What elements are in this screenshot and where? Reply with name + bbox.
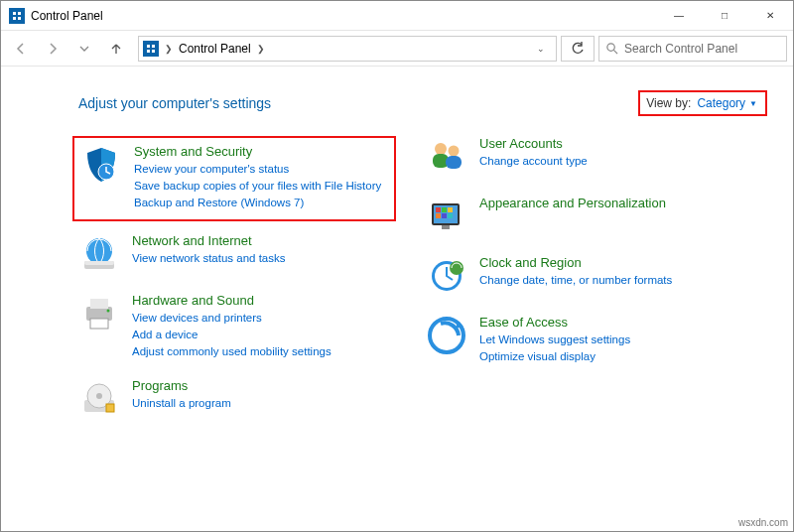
svg-rect-6 <box>147 50 150 53</box>
minimize-button[interactable]: — <box>656 1 702 31</box>
back-button[interactable] <box>7 35 35 63</box>
control-panel-icon <box>143 41 159 57</box>
category-clock-region[interactable]: Clock and Region <box>479 255 672 270</box>
link-mobility-settings[interactable]: Adjust commonly used mobility settings <box>132 343 331 360</box>
view-by-control[interactable]: View by: Category ▼ <box>638 90 767 116</box>
chevron-right-icon[interactable]: ❯ <box>165 44 173 54</box>
address-bar[interactable]: ❯ Control Panel ❯ ⌄ <box>138 36 557 62</box>
category-network-internet[interactable]: Network and Internet <box>132 233 285 248</box>
svg-point-17 <box>107 310 110 313</box>
personalization-icon <box>426 196 467 237</box>
globe-icon <box>78 233 120 275</box>
svg-rect-32 <box>442 213 447 218</box>
svg-rect-5 <box>152 45 155 48</box>
svg-rect-15 <box>90 299 108 309</box>
search-icon <box>605 42 618 55</box>
svg-line-9 <box>613 50 617 54</box>
category-user-accounts[interactable]: User Accounts <box>479 136 588 151</box>
svg-rect-16 <box>90 319 108 329</box>
svg-rect-34 <box>442 225 450 229</box>
watermark: wsxdn.com <box>738 517 788 528</box>
svg-rect-29 <box>442 207 447 212</box>
svg-point-8 <box>607 44 614 51</box>
svg-point-22 <box>435 143 447 155</box>
svg-rect-30 <box>448 207 453 212</box>
svg-point-24 <box>449 146 460 157</box>
close-button[interactable]: ✕ <box>747 1 793 31</box>
link-review-status[interactable]: Review your computer's status <box>134 161 381 178</box>
breadcrumb: Control Panel ❯ <box>179 42 265 56</box>
clock-icon <box>426 255 467 297</box>
svg-rect-2 <box>13 17 16 20</box>
svg-point-20 <box>96 393 102 399</box>
link-file-history[interactable]: Save backup copies of your files with Fi… <box>134 178 381 195</box>
breadcrumb-item[interactable]: Control Panel <box>179 42 251 56</box>
address-history-dropdown[interactable]: ⌄ <box>530 37 552 61</box>
page-heading: Adjust your computer's settings <box>78 95 271 111</box>
link-optimize-display[interactable]: Optimize visual display <box>479 348 630 365</box>
chevron-right-icon[interactable]: ❯ <box>257 44 265 54</box>
control-panel-icon <box>9 8 25 24</box>
svg-rect-1 <box>18 12 21 15</box>
printer-icon <box>78 293 120 334</box>
category-system-security[interactable]: System and Security <box>134 144 381 159</box>
svg-rect-7 <box>152 50 155 53</box>
window-title: Control Panel <box>31 9 103 23</box>
category-ease-of-access[interactable]: Ease of Access <box>479 315 630 330</box>
link-windows-suggest[interactable]: Let Windows suggest settings <box>479 332 630 348</box>
link-devices-printers[interactable]: View devices and printers <box>132 310 331 327</box>
titlebar: Control Panel — □ ✕ <box>1 1 793 31</box>
disc-icon <box>78 378 120 420</box>
ease-of-access-icon <box>426 315 467 356</box>
forward-button[interactable] <box>39 35 66 63</box>
up-button[interactable] <box>102 35 130 63</box>
category-programs[interactable]: Programs <box>132 378 231 393</box>
category-hardware-sound[interactable]: Hardware and Sound <box>132 293 331 308</box>
svg-rect-3 <box>18 17 21 20</box>
link-network-status[interactable]: View network status and tasks <box>132 250 285 267</box>
svg-point-11 <box>86 238 112 264</box>
svg-rect-25 <box>446 156 462 169</box>
users-icon <box>426 136 467 178</box>
svg-rect-0 <box>13 12 16 15</box>
category-appearance[interactable]: Appearance and Personalization <box>479 196 666 210</box>
link-uninstall-program[interactable]: Uninstall a program <box>132 395 231 412</box>
link-backup-restore[interactable]: Backup and Restore (Windows 7) <box>134 195 381 211</box>
svg-rect-33 <box>448 213 453 218</box>
caret-down-icon: ▼ <box>749 99 757 108</box>
search-placeholder: Search Control Panel <box>624 42 737 56</box>
svg-rect-28 <box>436 207 441 212</box>
right-column: User Accounts Change account type Appear… <box>426 136 743 438</box>
link-change-date-formats[interactable]: Change date, time, or number formats <box>479 272 672 289</box>
maximize-button[interactable]: □ <box>702 1 747 31</box>
content-area: Adjust your computer's settings View by:… <box>1 66 793 448</box>
svg-rect-31 <box>436 213 441 218</box>
navbar: ❯ Control Panel ❯ ⌄ Search Control Panel <box>1 31 793 66</box>
view-by-label: View by: <box>646 96 691 110</box>
svg-rect-4 <box>147 45 150 48</box>
svg-rect-21 <box>106 404 114 412</box>
svg-rect-13 <box>84 261 114 265</box>
recent-locations-button[interactable] <box>70 35 98 63</box>
view-by-value[interactable]: Category ▼ <box>697 96 757 110</box>
search-input[interactable]: Search Control Panel <box>598 36 787 62</box>
refresh-button[interactable] <box>561 36 595 62</box>
link-change-account-type[interactable]: Change account type <box>479 153 588 170</box>
highlight-system-security: System and Security Review your computer… <box>72 136 396 221</box>
link-add-device[interactable]: Add a device <box>132 327 331 343</box>
left-column: System and Security Review your computer… <box>78 136 396 438</box>
shield-icon <box>80 144 122 186</box>
